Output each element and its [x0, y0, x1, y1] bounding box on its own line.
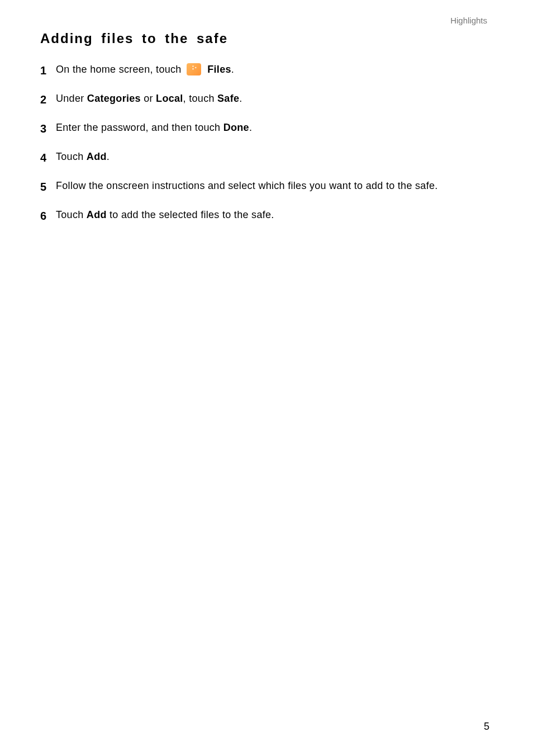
bold-text: Categories	[87, 93, 141, 104]
step-number: 1	[40, 62, 53, 79]
step-text: On the home screen, touch Files.	[56, 62, 493, 77]
step-text: Enter the password, and then touch Done.	[56, 120, 493, 135]
step-item: 4Touch Add.	[40, 149, 493, 166]
step-number: 4	[40, 149, 53, 166]
step-item: 2Under Categories or Local, touch Safe.	[40, 91, 493, 108]
files-app-icon	[187, 63, 201, 75]
bold-text: Done	[223, 122, 249, 133]
bold-text: Add	[87, 209, 107, 220]
page-number: 5	[484, 721, 489, 733]
bold-text: Local	[156, 93, 183, 104]
step-list: 1On the home screen, touch Files.2Under …	[40, 62, 493, 224]
step-text: Under Categories or Local, touch Safe.	[56, 91, 493, 106]
step-number: 3	[40, 120, 53, 137]
step-text: Follow the onscreen instructions and sel…	[56, 178, 493, 193]
step-text: Touch Add.	[56, 149, 493, 164]
step-item: 3Enter the password, and then touch Done…	[40, 120, 493, 137]
bold-text: Files	[207, 64, 231, 75]
bold-text: Add	[87, 151, 107, 162]
step-number: 6	[40, 207, 53, 224]
section-title: Adding files to the safe	[40, 31, 493, 46]
header-section-label: Highlights	[40, 16, 493, 25]
step-item: 1On the home screen, touch Files.	[40, 62, 493, 79]
bold-text: Safe	[217, 93, 239, 104]
step-text: Touch Add to add the selected files to t…	[56, 207, 493, 223]
step-number: 5	[40, 178, 53, 195]
step-number: 2	[40, 91, 53, 108]
step-item: 5Follow the onscreen instructions and se…	[40, 178, 493, 195]
step-item: 6Touch Add to add the selected files to …	[40, 207, 493, 224]
